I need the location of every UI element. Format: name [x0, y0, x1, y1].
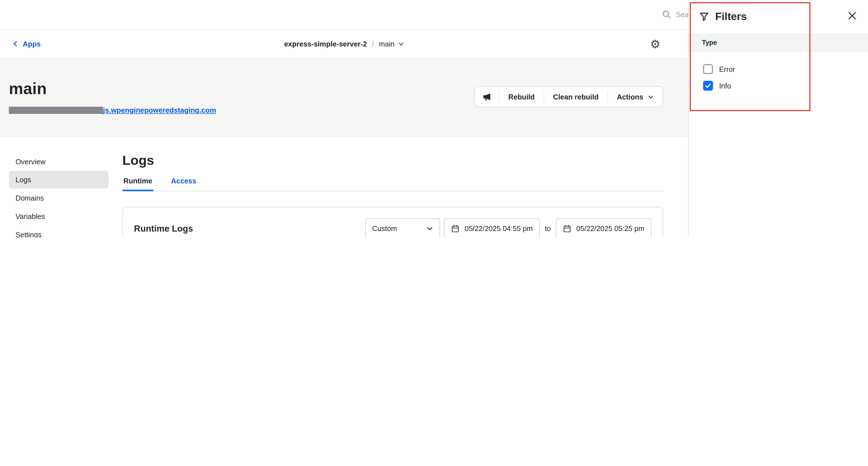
date-from-value: 05/22/2025 04:55 pm [465, 225, 533, 233]
environment-switcher[interactable]: main [379, 39, 404, 47]
environment-hero: main js.wpenginepoweredstaging.com Rebui… [0, 58, 688, 137]
info-option-label: Info [719, 81, 731, 90]
search-icon [662, 10, 672, 19]
breadcrumb-separator: / [372, 39, 374, 47]
tab-access[interactable]: Access [170, 177, 197, 191]
tab-runtime[interactable]: Runtime [122, 177, 153, 191]
rebuild-button[interactable]: Rebuild [499, 87, 544, 107]
environment-url-row: js.wpenginepoweredstaging.com [9, 106, 216, 114]
to-label: to [544, 225, 552, 233]
sidebar-item-variables[interactable]: Variables [9, 207, 108, 225]
close-icon[interactable] [847, 11, 857, 20]
filter-section-type: Type [689, 33, 868, 52]
hero-action-group: Rebuild Clean rebuild Actions [475, 86, 663, 107]
error-option-label: Error [719, 65, 735, 73]
info-checkbox[interactable] [703, 80, 713, 91]
range-select[interactable]: Custom [366, 218, 440, 237]
topbar: Search [0, 0, 688, 30]
filter-options: Error Info [689, 52, 868, 94]
error-checkbox[interactable] [703, 64, 713, 74]
date-to-value: 05/22/2025 05:25 pm [577, 225, 644, 233]
card-header: Runtime Logs Custom [134, 218, 651, 237]
megaphone-icon [482, 92, 492, 101]
logs-page: Logs Runtime Access Runtime Logs Custom [122, 153, 663, 237]
filter-option-info[interactable]: Info [689, 77, 868, 94]
calendar-icon [563, 225, 571, 233]
actions-menu-button[interactable]: Actions [608, 87, 663, 107]
filter-option-error[interactable]: Error [689, 61, 868, 77]
page-title: Logs [122, 153, 663, 168]
actions-label: Actions [617, 93, 643, 101]
logs-tabs: Runtime Access [122, 177, 663, 191]
range-selected-value: Custom [372, 225, 397, 233]
filters-drawer: Filters Type Error Info [688, 0, 868, 237]
sidebar-item-overview[interactable]: Overview [9, 153, 108, 170]
chevron-down-icon [398, 40, 404, 47]
settings-gear-icon[interactable]: ⚙ [650, 30, 660, 58]
filters-title: Filters [715, 10, 747, 23]
announcement-button[interactable] [475, 87, 499, 107]
content-area: Overview Logs Domains Variables Settings… [0, 137, 688, 237]
breadcrumb: express-simple-server-2 / main [0, 30, 688, 58]
chevron-down-icon [426, 225, 434, 232]
environment-title: main [9, 80, 46, 98]
calendar-icon [452, 225, 460, 233]
clean-rebuild-button[interactable]: Clean rebuild [544, 87, 608, 107]
runtime-logs-card: Runtime Logs Custom [122, 207, 663, 237]
date-from-input[interactable]: 05/22/2025 04:55 pm [444, 218, 540, 237]
redacted-url-segment [9, 107, 103, 114]
sidebar-item-logs[interactable]: Logs [9, 171, 108, 189]
chevron-down-icon [648, 94, 654, 100]
main-column: Search Apps express-simple-server-2 / ma… [0, 0, 688, 237]
card-title: Runtime Logs [134, 224, 193, 234]
sidebar-item-settings[interactable]: Settings [9, 225, 108, 237]
app-window: Search Apps express-simple-server-2 / ma… [0, 0, 868, 237]
date-to-input[interactable]: 05/22/2025 05:25 pm [556, 218, 651, 237]
sidebar-nav: Overview Logs Domains Variables Settings [9, 153, 108, 237]
funnel-icon [699, 11, 709, 22]
filters-header: Filters [689, 0, 868, 33]
sidebar-item-domains[interactable]: Domains [9, 189, 108, 207]
navbar: Apps express-simple-server-2 / main ⚙ [0, 30, 688, 58]
breadcrumb-app-name: express-simple-server-2 [284, 39, 367, 47]
environment-name: main [379, 39, 395, 47]
time-range-controls: Custom [366, 218, 651, 237]
environment-url-link[interactable]: js.wpenginepoweredstaging.com [103, 106, 216, 114]
